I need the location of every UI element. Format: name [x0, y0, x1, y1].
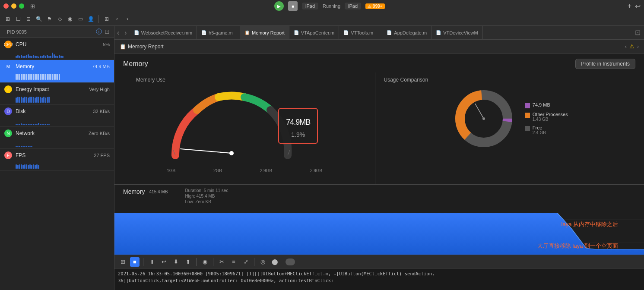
memory-label: Memory [16, 63, 92, 69]
sidebar-row-network: N Network Zero KB/s [0, 127, 114, 149]
bottom-undo-icon[interactable]: ↩ [159, 257, 168, 267]
gauge-wrapper: 74.9MB 1.9% [162, 86, 327, 173]
close-button[interactable] [3, 3, 9, 9]
log-line-1: 2021-05-26 16:33:05.100360+0800 [9005:18… [118, 271, 641, 277]
sidebar-item-memory[interactable]: M Memory 74.9 MB [0, 60, 114, 73]
info-icon[interactable]: ⓘ [96, 28, 102, 36]
tab-vttools[interactable]: 📄 VTTools.m [339, 26, 382, 39]
usage-comparison-panel: Usage Comparison [375, 72, 644, 184]
sidebar-rows: CPU CPU 5% [0, 38, 114, 171]
sidebar-header: . PID 9005 ⓘ ⊡ [0, 26, 114, 38]
sidebar-item-cpu[interactable]: CPU CPU 5% [0, 38, 114, 51]
bottom-align-icon[interactable]: ≡ [229, 257, 238, 267]
legend-color-app [525, 103, 530, 108]
search-icon[interactable]: 🔍 [35, 15, 43, 23]
layout-icon[interactable]: ⊟ [24, 15, 33, 23]
person-icon[interactable]: 👤 [86, 15, 95, 23]
record-button[interactable] [286, 258, 295, 265]
bookmark-icon[interactable]: ◉ [66, 15, 74, 23]
checkbox-icon[interactable]: ☐ [14, 15, 22, 23]
fps-label: FPS [16, 152, 94, 158]
sidebar-item-fps[interactable]: F FPS 27 FPS [0, 149, 114, 162]
graph-stats: Duration: 5 min 11 sec High: 415.4 MB Lo… [185, 188, 228, 204]
annotation-laya-remove: laya 从内存中移除之后 [562, 221, 618, 228]
device-name: iPad [348, 3, 358, 9]
log-area: 2021-05-26 16:33:05.100360+0800 [9005:18… [114, 268, 644, 290]
breadcrumb-icon: 📋 [120, 44, 126, 50]
bottom-circle-icon[interactable]: ◎ [258, 257, 267, 267]
breadcrumb-nav-left[interactable]: ‹ [625, 44, 627, 50]
settings-icon[interactable]: ⊡ [105, 28, 110, 36]
profile-instruments-button[interactable]: Profile in Instruments [575, 59, 635, 69]
tab-nav-prev[interactable]: ‹ [114, 26, 122, 39]
run-button[interactable]: ▶ [274, 1, 284, 11]
network-sparkline [0, 140, 114, 148]
svg-line-0 [181, 149, 232, 153]
donut-legend: 74.9 MB Other Processes 1.43 GB [525, 102, 568, 135]
tab-appdelegate[interactable]: 📄 AppDelegate.m [382, 26, 431, 39]
bottom-scissors-icon[interactable]: ✂ [217, 257, 226, 267]
diamond-icon[interactable]: ◇ [55, 15, 64, 23]
scheme-selector[interactable]: iPad [302, 3, 318, 9]
sidebar-toggle[interactable]: ⊞ [30, 3, 35, 9]
disk-sparkline [0, 118, 114, 126]
tab-vtappcenter[interactable]: 📄 VTAppCenter.m [289, 26, 339, 39]
sidebar-row-energy: ⚡ Energy Impact Very High [0, 83, 114, 105]
cpu-label: CPU [16, 41, 103, 47]
rect-icon[interactable]: ▭ [76, 15, 85, 23]
annotation-laya-page: 大厅直接移除 laya 到一个空页面 [537, 242, 618, 250]
main-area: . PID 9005 ⓘ ⊡ CPU CPU 5% [0, 26, 644, 290]
nav-next[interactable]: › [123, 15, 132, 23]
network-icon: N [4, 129, 12, 137]
tab-memory-icon: 📋 [244, 30, 250, 35]
legend-text-app: 74.9 MB [533, 102, 550, 107]
graph-low: Low: Zero KB [185, 199, 228, 204]
bottom-sep-4 [254, 258, 254, 266]
add-button[interactable]: + [628, 2, 631, 10]
bottom-pause-icon[interactable]: ⏸ [147, 257, 156, 267]
bottom-expand-icon[interactable]: ⤢ [241, 257, 251, 267]
sidebar-item-disk[interactable]: D Disk 32 KB/s [0, 105, 114, 118]
bottom-download-icon[interactable]: ⬇ [171, 257, 181, 267]
legend-text-other: Other Processes 1.43 GB [533, 112, 568, 122]
minimize-button[interactable] [11, 3, 16, 9]
tab-nav-next[interactable]: › [122, 26, 129, 39]
titlebar-right: + ↩ [628, 2, 641, 10]
maximize-button[interactable] [19, 3, 24, 9]
tab-memory-report[interactable]: 📋 Memory Report [240, 26, 289, 39]
log-line-2: 36][buttonClick,target:<VTWebFlowControl… [118, 277, 641, 284]
stop-button[interactable]: ■ [288, 1, 298, 11]
memory-use-panel: Memory Use [114, 72, 375, 184]
bottom-grid-icon[interactable]: ⊞ [118, 257, 127, 267]
tab-memory-label: Memory Report [252, 30, 285, 35]
memory-section-title: Memory [123, 60, 148, 68]
badge-count: 999+ [373, 4, 383, 9]
legend-item-free: Free 2.4 GB [525, 125, 568, 135]
bottom-sep-1 [143, 258, 143, 266]
bottom-upload-icon[interactable]: ⬆ [183, 257, 193, 267]
return-button[interactable]: ↩ [635, 2, 641, 10]
tab-websocket[interactable]: 📄 WebsocketReceiver.mm [130, 26, 197, 39]
graph-title: Memory [123, 188, 145, 195]
tab-websocket-icon: 📄 [134, 30, 139, 35]
flag-icon[interactable]: ⚑ [45, 15, 54, 23]
memory-sparkline [0, 73, 114, 82]
nav-back[interactable]: ⊞ [102, 15, 111, 23]
sidebar-item-energy[interactable]: ⚡ Energy Impact Very High [0, 83, 114, 96]
disk-icon: D [4, 107, 12, 115]
bottom-rect-icon[interactable]: ■ [130, 257, 140, 267]
device-selector[interactable]: iPad [345, 3, 361, 9]
tab-vtdeviceview[interactable]: 📄 VTDeviceViewM [431, 26, 483, 39]
graph-duration: Duration: 5 min 11 sec [185, 188, 228, 193]
memory-graph-section: Memory 415.4 MB Duration: 5 min 11 sec H… [114, 185, 644, 255]
sidebar-item-network[interactable]: N Network Zero KB/s [0, 127, 114, 140]
bottom-dot-icon[interactable]: ⬤ [270, 257, 279, 267]
tab-vttools-icon: 📄 [343, 30, 349, 35]
nav-prev[interactable]: ‹ [113, 15, 121, 23]
bottom-camera-icon[interactable]: ◉ [200, 257, 209, 267]
gauge-value-box: 74.9MB 1.9% [278, 108, 318, 144]
donut-svg [451, 86, 516, 151]
tab-h5game[interactable]: 📄 h5-game.m [197, 26, 240, 39]
grid-icon[interactable]: ⊞ [3, 15, 12, 23]
breadcrumb-nav-right[interactable]: › [637, 44, 639, 50]
